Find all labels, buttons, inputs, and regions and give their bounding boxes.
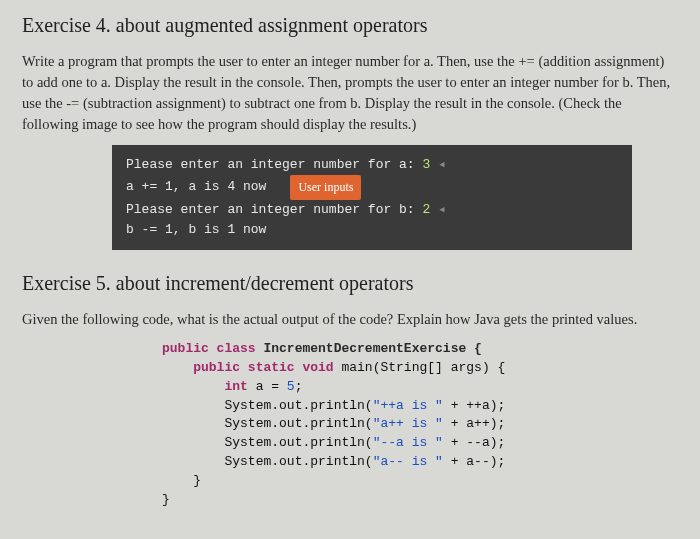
exercise-4-heading: Exercise 4. about augmented assignment o… — [22, 14, 678, 37]
console-line-2: a += 1, a is 4 now User inputs — [126, 175, 618, 200]
user-input-b: 2 — [422, 200, 430, 220]
println-2a: System.out.println( — [224, 416, 372, 431]
println-4b: + a--); — [443, 454, 505, 469]
kw-int: int — [224, 379, 247, 394]
user-inputs-badge: User inputs — [290, 175, 361, 200]
code-block: public class IncrementDecrementExercise … — [162, 340, 678, 510]
close-brace-1: } — [193, 473, 201, 488]
num-5: 5 — [287, 379, 295, 394]
arrow-up-icon: ◂ — [430, 200, 446, 220]
println-3a: System.out.println( — [224, 435, 372, 450]
semi-1: ; — [295, 379, 303, 394]
result-a-text: a += 1, a is 4 now — [126, 177, 266, 197]
arrow-left-icon: ◂ — [430, 155, 446, 175]
console-line-4: b -= 1, b is 1 now — [126, 220, 618, 240]
str-2: "a++ is " — [373, 416, 443, 431]
method-name: main(String[] args) { — [334, 360, 506, 375]
println-2b: + a++); — [443, 416, 505, 431]
console-line-3: Please enter an integer number for b: 2 … — [126, 200, 618, 220]
kw-method-sig: public static void — [193, 360, 333, 375]
str-3: "--a is " — [373, 435, 443, 450]
str-1: "++a is " — [373, 398, 443, 413]
kw-public-class: public class — [162, 341, 256, 356]
close-brace-2: } — [162, 492, 170, 507]
println-4a: System.out.println( — [224, 454, 372, 469]
exercise-5-body: Given the following code, what is the ac… — [22, 309, 678, 330]
println-1a: System.out.println( — [224, 398, 372, 413]
exercise-5-heading: Exercise 5. about increment/decrement op… — [22, 272, 678, 295]
prompt-b-text: Please enter an integer number for b: — [126, 200, 422, 220]
user-input-a: 3 — [422, 155, 430, 175]
var-decl: a = — [248, 379, 287, 394]
exercise-4-body: Write a program that prompts the user to… — [22, 51, 678, 135]
result-b-text: b -= 1, b is 1 now — [126, 220, 266, 240]
println-3b: + --a); — [443, 435, 505, 450]
prompt-a-text: Please enter an integer number for a: — [126, 155, 422, 175]
page: Exercise 4. about augmented assignment o… — [0, 0, 700, 520]
str-4: "a-- is " — [373, 454, 443, 469]
class-name: IncrementDecrementExercise { — [256, 341, 482, 356]
println-1b: + ++a); — [443, 398, 505, 413]
console-output: Please enter an integer number for a: 3 … — [112, 145, 632, 250]
console-line-1: Please enter an integer number for a: 3 … — [126, 155, 618, 175]
